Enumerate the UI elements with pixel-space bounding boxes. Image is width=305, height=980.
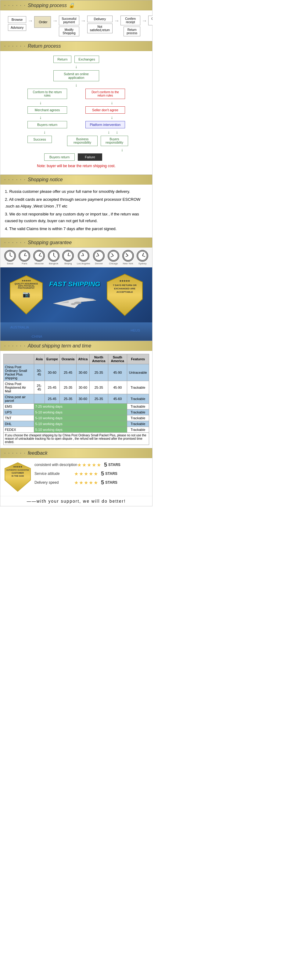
row-3-north: 25-35 [89, 394, 108, 403]
badge-line2: CUSTOMER [5, 471, 30, 474]
clock-face-chicago [107, 250, 119, 262]
table-note-row: If you choose the cheapest shipping by b… [4, 433, 149, 445]
dots-decoration-2: · · · · · · [4, 43, 26, 49]
dots-decoration-5: · · · · · · [4, 343, 26, 349]
table-row: China Post Registered Air Mail 25-45 25-… [4, 381, 149, 394]
arrow-down-2: ↓ [75, 83, 77, 88]
notice-item-3: 3. We do not responsible for any custom … [5, 211, 148, 224]
table-row: UPS 5-10 working days Trackable [4, 409, 149, 415]
clock-city-la: Los Angeles [77, 262, 90, 265]
arrow-down-6: ↓ [111, 115, 113, 120]
col-method [4, 354, 34, 364]
dots-decoration: · · · · · · [4, 3, 26, 8]
clock-la: Los Angeles [77, 250, 90, 265]
dots-decoration-3: · · · · · · [4, 177, 26, 183]
flow-not-satisfied: Not satisfied,return [87, 24, 113, 33]
row-6-days: 5-10 working days [34, 415, 127, 421]
row-3-oceania: 25-35 [60, 394, 77, 403]
arrows-row-3: ↓ ↓ ↓ [5, 130, 148, 134]
arrow-down-3: ↓ [40, 100, 42, 105]
col-asia: Asia [34, 354, 44, 364]
stars-1: ★★★★★ [77, 462, 101, 468]
agrees-row: Merchant agrees Seller don't agree [27, 107, 125, 114]
row-6-features: Trackable [127, 415, 149, 421]
feedback-row-3: Delivery speed ★★★★★ 5 STARS [35, 479, 149, 486]
arrow-down-10: ↓ [121, 147, 123, 152]
clocks-row: Seoul Paris Moscow [0, 248, 152, 267]
shield-right-text: 7 DAYS RETURN OR EXCHANGED ARE ACCEPTABL… [109, 283, 140, 294]
row-5-method: UPS [4, 409, 34, 415]
not-conform-box: Don't conform to the return rules [85, 89, 125, 99]
shopping-process-section: · · · · · · Shopping process 🔒 Browse Ad… [0, 0, 153, 41]
feedback-label-1: consistent with description [35, 463, 77, 467]
table-row: EMS 7-25 working days Trackable [4, 403, 149, 409]
seller-disagree-box: Seller don't agree [85, 107, 125, 114]
stars-3: ★★★★★ [74, 480, 98, 485]
return-top-row: Return Exchanges [54, 56, 99, 63]
buyers-return-right-box: Buyers return [44, 153, 75, 161]
clock-moscow: Moscow [33, 250, 45, 265]
exchanges-button-box: Exchanges [74, 56, 99, 63]
return-button-box: Return [54, 56, 71, 63]
stars-count-2: 5 [101, 471, 104, 477]
clock-chicago: Chicago [107, 250, 119, 265]
clock-face-seoul [4, 250, 16, 262]
row-3-asia [34, 394, 44, 403]
clock-city-seoul: Seoul [7, 262, 13, 265]
stars-label-1: STARS [108, 463, 120, 467]
feedback-row-1: consistent with description ★★★★★ 5 STAR… [35, 462, 149, 468]
shopping-guarantee-title: Shopping guarantee [28, 240, 72, 245]
clock-face-la [78, 250, 89, 262]
clock-city-newyork: New York [123, 262, 133, 265]
row-2-features: Trackable [127, 381, 149, 394]
row-1-south: 45-90 [108, 364, 127, 381]
platform-intervention-box: Platform intervention [85, 121, 125, 128]
row-3-europe: 25-45 [44, 394, 60, 403]
shield-left: ★★★★★ QUALITY ASSURANCE 100% PHYSICAL PH… [9, 275, 43, 315]
row-8-days: 5-10 working days [34, 426, 127, 433]
buyers-responsibility-box: Buyers responsibility [101, 136, 128, 146]
arrows-row-2: ↓ ↓ [5, 115, 148, 120]
clock-city-beijing: Beijing [64, 262, 72, 265]
row-1-asia: 30-45 [34, 364, 44, 381]
feedback-label-3: Delivery speed [35, 480, 74, 485]
row-7-method: DHL [4, 421, 34, 426]
arrow-down-7: ↓ [44, 130, 46, 134]
clock-city-denver: Denver [95, 262, 103, 265]
flow-delivery: Delivery [87, 16, 113, 22]
row-2-africa: 30-60 [76, 381, 89, 394]
flow-successful-payment: Successful payment [59, 16, 79, 25]
conform-box: Conform to the return rules [27, 89, 67, 99]
auth-badge-container: ★★★★★ AUTHENTIC GUARANTEE CUSTOMER IS TH… [4, 462, 32, 492]
clock-face-beijing [62, 250, 74, 262]
row-1-north: 25-35 [89, 364, 108, 381]
fast-shipping-text: FAST SHIPPING [49, 280, 100, 288]
failure-box: Failure [78, 153, 102, 161]
shopping-notice-title: Shopping notice [28, 177, 63, 183]
shield-right: ★★★★★ 7 DAYS RETURN OR EXCHANGED ARE ACC… [106, 274, 143, 316]
final-row: Buyers return Failure [44, 153, 102, 161]
row-4-method: EMS [4, 403, 34, 409]
flow-advisory: Advisory [8, 24, 26, 31]
feedback-rows: consistent with description ★★★★★ 5 STAR… [35, 462, 149, 488]
col-oceania: Oceania [60, 354, 77, 364]
dots-decoration-6: · · · · · · [4, 450, 26, 456]
row-2-method: China Post Registered Air Mail [4, 381, 34, 394]
row-8-method: FEDEX [4, 426, 34, 433]
clock-face-moscow [33, 250, 45, 262]
arrow-down-5: ↓ [40, 115, 42, 120]
clock-sydney: Sydney [137, 250, 148, 265]
stars-count-1: 5 [104, 462, 107, 468]
return-diagram: Return Exchanges ↓ Submit an online appl… [0, 51, 152, 175]
table-row: FEDEX 5-10 working days Trackable [4, 426, 149, 433]
stars-2: ★★★★★ [74, 471, 98, 477]
stars-count-3: 5 [101, 479, 104, 486]
shield-left-line2: 100% PHYSICAL [11, 285, 41, 287]
conform-row: Conform to the return rules Don't confor… [27, 89, 125, 99]
dots-decoration-4: · · · · · · [4, 240, 26, 245]
shopping-guarantee-header: · · · · · · Shopping guarantee [0, 238, 152, 248]
row-2-north: 25-35 [89, 381, 108, 394]
table-header-row: Asia Europe Oceania Africa North America… [4, 354, 149, 364]
stars-label-2: STARS [105, 471, 117, 476]
row-1-method: China Post Ordinary Small Packet Plus sh… [4, 364, 34, 381]
